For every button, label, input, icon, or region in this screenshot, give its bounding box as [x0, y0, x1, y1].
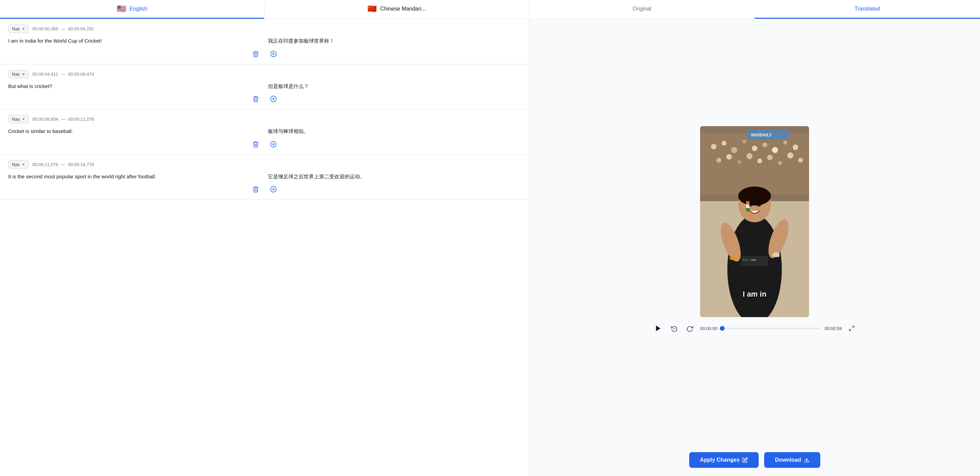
speaker-selector[interactable]: Nas ▼ [8, 24, 29, 33]
translated-text[interactable]: 我正在印度参加板球世界杯！ [268, 37, 521, 45]
subtitle-actions [8, 183, 521, 197]
trash-icon [252, 96, 259, 102]
speaker-selector[interactable]: Nas ▼ [8, 70, 29, 78]
time-separator: — [61, 117, 65, 122]
rewind-icon: 10 [671, 325, 678, 332]
original-text[interactable]: I am in India for the World Cup of Crick… [8, 37, 261, 45]
svg-text:I am in: I am in [743, 290, 767, 298]
svg-point-45 [729, 257, 738, 260]
chevron-down-icon: ▼ [22, 72, 25, 76]
svg-point-21 [772, 147, 778, 153]
forward-icon [686, 325, 693, 332]
speaker-selector[interactable]: Nas ▼ [8, 160, 29, 169]
subtitle-meta: Nas ▼ 00:00:08,934 — 00:00:11,276 [8, 115, 521, 123]
subtitle-texts: I am in India for the World Cup of Crick… [8, 37, 521, 45]
svg-point-16 [722, 141, 726, 145]
svg-rect-14 [700, 133, 809, 194]
chevron-down-icon: ▼ [22, 117, 25, 121]
time-range: 00:00:08,934 — 00:00:11,276 [32, 117, 94, 122]
add-button[interactable] [267, 49, 280, 59]
speaker-name: Nas [12, 26, 20, 31]
time-range: 00:00:11,576 — 00:00:16,779 [32, 162, 94, 167]
add-button[interactable] [267, 139, 280, 149]
delete-button[interactable] [250, 49, 262, 59]
progress-bar[interactable] [722, 327, 820, 329]
video-frame: NASDAILY [700, 126, 809, 317]
rewind-button[interactable]: 10 [669, 323, 680, 334]
view-tabs: Original Translated [529, 0, 980, 19]
translated-tab[interactable]: Translated [754, 0, 980, 19]
delete-button[interactable] [250, 94, 262, 104]
time-start: 00:00:00,369 [32, 26, 58, 31]
svg-marker-49 [656, 326, 660, 331]
action-buttons: Apply Changes Download [529, 447, 980, 476]
svg-text:NASDAILY: NASDAILY [751, 133, 772, 137]
plus-circle-icon [270, 51, 277, 57]
svg-point-31 [787, 152, 794, 158]
forward-button[interactable] [684, 323, 695, 334]
svg-point-24 [716, 158, 721, 163]
plus-circle-icon [270, 141, 277, 148]
subtitle-texts: But what is cricket? 但是板球是什么？ [8, 83, 521, 90]
subtitle-meta: Nas ▼ 00:00:00,369 — 00:00:04,292 [8, 24, 521, 33]
time-separator: — [61, 26, 65, 31]
original-text[interactable]: Cricket is similar to baseball. [8, 128, 261, 135]
add-button[interactable] [267, 94, 280, 104]
original-text[interactable]: But what is cricket? [8, 83, 261, 90]
subtitle-row: Nas ▼ 00:00:11,576 — 00:00:16,779 It is … [0, 155, 529, 200]
svg-point-26 [737, 160, 741, 164]
delete-button[interactable] [250, 139, 262, 149]
progress-thumb[interactable] [720, 326, 725, 331]
plus-circle-icon [270, 186, 277, 193]
svg-point-23 [793, 145, 798, 150]
video-player: NASDAILY [700, 126, 809, 317]
subtitle-actions [8, 138, 521, 152]
chinese-tab[interactable]: 🇨🇳 Chinese Mandari... [264, 0, 529, 19]
trash-icon [252, 186, 259, 193]
apply-changes-button[interactable]: Apply Changes [689, 452, 759, 468]
time-separator: — [61, 162, 65, 167]
svg-point-25 [726, 154, 732, 160]
speaker-selector[interactable]: Nas ▼ [8, 115, 29, 123]
original-tab[interactable]: Original [529, 0, 754, 19]
download-button[interactable]: Download [764, 452, 820, 468]
video-area: NASDAILY [529, 19, 980, 447]
original-text[interactable]: It is the second most popular sport in t… [8, 173, 261, 181]
fullscreen-icon [849, 325, 855, 331]
chevron-down-icon: ▼ [22, 27, 25, 31]
svg-text:10: 10 [673, 327, 676, 330]
translated-text[interactable]: 但是板球是什么？ [268, 83, 521, 90]
time-end: 00:00:16,779 [68, 162, 94, 167]
english-tab[interactable]: 🇺🇸 English [0, 0, 264, 19]
original-tab-label: Original [633, 6, 651, 12]
svg-point-29 [767, 155, 773, 160]
fullscreen-button[interactable] [846, 323, 857, 334]
player-controls: 10 00:00:00 00:00:59 [652, 317, 857, 340]
svg-text:41%: 41% [743, 259, 748, 262]
speaker-name: Nas [12, 72, 20, 77]
english-label: English [129, 6, 147, 12]
translated-text[interactable]: 它是继足球之后世界上第二受欢迎的运动。 [268, 173, 521, 181]
time-start: 00:00:11,576 [32, 162, 58, 167]
english-flag-icon: 🇺🇸 [117, 5, 126, 13]
subtitle-actions [8, 48, 521, 61]
time-end: 00:00:11,276 [68, 117, 94, 122]
delete-button[interactable] [250, 184, 262, 194]
trash-icon [252, 51, 259, 57]
subtitle-editor-panel: 🇺🇸 English 🇨🇳 Chinese Mandari... Nas ▼ [0, 0, 529, 476]
plus-circle-icon [270, 96, 277, 102]
time-range: 00:00:00,369 — 00:00:04,292 [32, 26, 94, 31]
svg-point-32 [798, 158, 803, 163]
play-button[interactable] [652, 323, 664, 334]
chevron-down-icon: ▼ [22, 163, 25, 166]
svg-line-52 [849, 329, 851, 331]
speaker-name: Nas [12, 162, 20, 167]
svg-point-27 [746, 153, 752, 159]
translated-text[interactable]: 板球与棒球相似。 [268, 128, 521, 135]
svg-point-18 [742, 139, 746, 144]
time-separator: — [61, 72, 65, 77]
language-header: 🇺🇸 English 🇨🇳 Chinese Mandari... [0, 0, 529, 19]
add-button[interactable] [267, 184, 280, 194]
svg-point-39 [757, 201, 761, 207]
time-end: 00:00:04,292 [68, 26, 94, 31]
